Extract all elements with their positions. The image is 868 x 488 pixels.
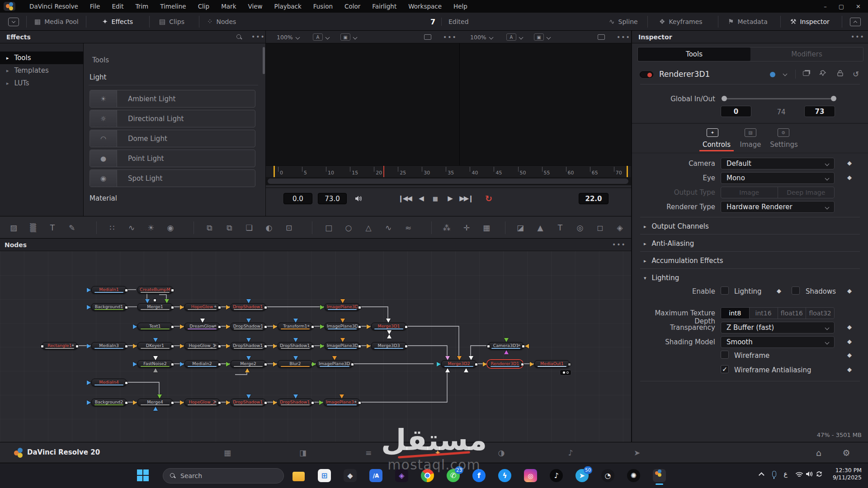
viewer-left-zoom-dropdown[interactable]: 100% [277,31,299,43]
graph-node-merge3d2[interactable]: Merge3D2 [441,360,476,368]
particle-move-tool-icon[interactable]: ✛ [459,221,474,235]
graph-node-mediaout1[interactable]: MediaOut1 [534,360,570,368]
graph-node-renderer3d1[interactable]: Renderer3D1 [487,360,523,368]
inspector-button[interactable]: ⚒Inspector [790,13,830,31]
graph-node-dropshadow1-2[interactable]: DropShadow1_2 [231,342,266,350]
graph-node-dropshadow1-[interactable]: DropShadow1_... [278,342,313,350]
graph-node-dkeyer1[interactable]: DKeyer1 [137,342,173,350]
graph-node-dropshadow1-[interactable]: DropShadow1_... [278,399,313,406]
rectangle-mask-tool-icon[interactable]: □ [321,221,336,235]
max-texture-depth-segments[interactable]: int8int16float16float32 [721,307,835,319]
graph-node-merge2[interactable]: Merge2 [231,360,266,368]
viewer-right-menu-dots[interactable]: ••• [617,31,631,43]
panel-right-button[interactable] [850,13,861,31]
pin-icon[interactable] [819,70,826,77]
blur-tool-icon[interactable]: ∷ [105,221,119,235]
effects-menu-dots[interactable]: ••• [251,33,265,40]
viewer-canvas[interactable] [266,43,631,165]
graph-node-dreamglow[interactable]: DreamGlow◈ [184,323,220,330]
effects-button[interactable]: ✦Effects [102,13,133,31]
global-inout-slider[interactable] [724,98,835,99]
menu-item[interactable]: File [84,3,106,10]
max-texture-depth-int16[interactable]: int16 [750,308,778,319]
color-curves-tool-icon[interactable]: ∿ [124,221,139,235]
subtab-settings[interactable]: Settings [768,141,800,149]
particle-emitter-tool-icon[interactable]: ⁂ [439,221,454,235]
facebook-icon[interactable]: f [472,469,486,483]
transparency-keyframe-icon[interactable]: ◆ [847,324,852,330]
graph-node-rectangle1[interactable]: Rectangle1◈ [42,342,77,350]
spline-warp-tool-icon[interactable]: ≈ [401,221,415,235]
telegram-icon[interactable]: ➤50 [575,469,589,483]
lighting-checkbox[interactable] [721,286,729,295]
page-fairlight-icon[interactable]: ♪ [564,447,577,458]
menu-item[interactable]: Help [448,3,473,10]
viewer-left-channel-dropdown[interactable]: A [313,31,329,43]
graph-node-transform1[interactable]: Transform1◈ [278,323,313,330]
app-purple-icon[interactable]: ◈ [395,469,409,483]
go-to-end-button[interactable]: ▶▶❙ [458,192,474,204]
subtab-controls[interactable]: Controls [699,141,734,149]
graph-node-dropshadow1[interactable]: DropShadow1 [231,323,266,330]
graph-node-hopeglow[interactable]: HopeGlow◈ [184,303,220,311]
mute-audio-icon[interactable] [353,192,364,204]
graph-node-mediain2[interactable]: MediaIn2 [184,360,220,368]
eye-keyframe-icon[interactable]: ◆ [847,174,852,181]
viewer-right-channel-dropdown[interactable]: A [506,31,523,43]
global-out-handle[interactable] [831,96,836,101]
transparency-dropdown[interactable]: Z Buffer (fast) [721,322,835,333]
text-3d-tool-icon[interactable]: T [553,221,567,235]
menu-item[interactable]: Edit [106,3,129,10]
matte-control-tool-icon[interactable]: ❏ [242,221,256,235]
microsoft-store-icon[interactable]: ⊞ [317,469,331,483]
effects-nav-item[interactable]: ▸ Templates [0,64,83,77]
page-edit-icon[interactable]: ≡ [362,447,375,458]
graph-node-imageplane3d1[interactable]: ImagePlane3D1 [325,303,360,311]
spline-button[interactable]: ∿Spline [609,13,638,31]
lighting-keyframe-icon[interactable]: ◆ [777,287,781,294]
menu-item[interactable]: Clip [192,3,216,10]
eye-dropdown[interactable]: Mono [721,172,835,184]
project-settings-button[interactable]: ⚙ [840,447,853,458]
effect-item[interactable]: ◠ Dome Light [90,130,255,147]
menu-item[interactable]: View [242,3,268,10]
effects-scrollbar[interactable] [263,47,265,74]
viewer-left-menu-dots[interactable]: ••• [443,31,457,43]
nodes-button[interactable]: ⁘Nodes [207,13,236,31]
menu-item[interactable]: Playback [269,3,307,10]
graph-node-fastnoise2[interactable]: FastNoise2 [137,360,173,368]
clips-button[interactable]: ▤Clips [159,13,184,31]
camera-dropdown[interactable]: Default [721,158,835,169]
graph-node-merge1[interactable]: Merge1 [137,303,173,311]
graph-node-imageplane3d2[interactable]: ImagePlane3D2 [325,323,360,330]
menu-item[interactable]: Color [339,3,366,10]
text-plus-tool-icon[interactable]: T [45,221,60,235]
app-dark-icon[interactable]: ◔ [601,469,615,483]
davinci-resolve-icon[interactable] [652,469,666,483]
merge-tool-icon[interactable]: ⧉ [202,221,217,235]
chatgpt-icon[interactable]: ✺ [627,469,641,483]
effect-item[interactable]: ◉ Spot Light [90,169,255,187]
menu-item[interactable]: Trim [130,3,155,10]
max-texture-depth-float16[interactable]: float16 [778,308,807,319]
home-button[interactable]: ⌂ [812,447,826,458]
current-frame-field[interactable]: 22.0 [579,193,609,204]
menu-item[interactable]: Fusion [307,3,339,10]
image-plane-3d-tool-icon[interactable]: ◪ [513,221,528,235]
page-color-icon[interactable]: ◑ [495,447,508,458]
node-graph[interactable]: MediaIn1CreateBumpM...Background1Merge1H… [0,251,631,442]
graph-node-merge3d3[interactable]: Merge3D3 [371,342,406,350]
viewer-right-expand-icon[interactable] [598,31,605,43]
copy-settings-icon[interactable] [803,71,809,76]
shading-model-keyframe-icon[interactable]: ◆ [847,338,852,345]
go-to-start-button[interactable]: ❙◀◀ [397,192,412,204]
reset-icon[interactable]: ↺ [853,70,859,79]
graph-node-blur2[interactable]: Blur2 [278,360,313,368]
lock-icon[interactable] [837,70,844,77]
play-reverse-button[interactable]: ◀ [415,192,427,204]
hue-curves-tool-icon[interactable]: ◉ [163,221,178,235]
wireframe-checkbox[interactable] [721,351,729,359]
menu-item[interactable]: Mark [215,3,242,10]
menu-item[interactable]: Fairlight [366,3,402,10]
effect-item[interactable]: ☼ Directional Light [90,110,255,127]
